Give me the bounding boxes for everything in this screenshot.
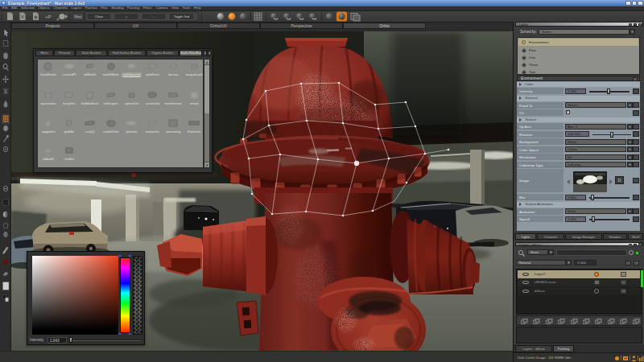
svg-text:Toggle Grid: Toggle Grid — [174, 15, 189, 19]
svg-text:+: + — [126, 14, 128, 19]
svg-text:Warp: Warp — [75, 15, 82, 19]
svg-text:+P: +P — [45, 14, 52, 19]
svg-text:Clear: Clear — [95, 14, 104, 19]
